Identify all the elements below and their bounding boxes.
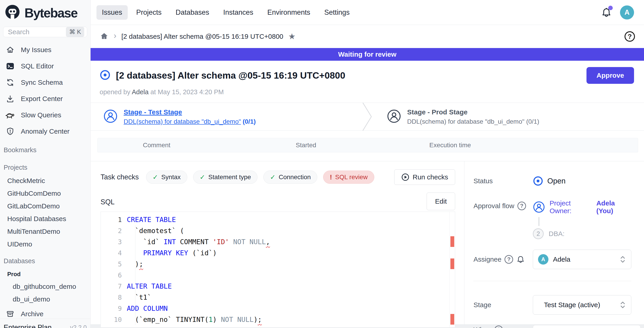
overview-ruler — [449, 212, 450, 327]
status-label: Status — [474, 177, 533, 185]
assignee-select[interactable]: A Adela — [533, 250, 631, 269]
sidebar-database-item[interactable]: db_githubcom_demo — [0, 280, 90, 293]
issue-author[interactable]: Adela — [132, 88, 148, 96]
stage-progress: (0/1) — [243, 118, 256, 125]
approval-step1-assignee[interactable]: Adela (You) — [596, 199, 631, 215]
assignee-notify-bell-icon[interactable] — [516, 255, 525, 264]
line-number: 5 — [101, 260, 122, 268]
breadcrumb-title[interactable]: [2 databases] Alter schema @05-15 16:19 … — [121, 32, 283, 40]
main-area: IssuesProjectsDatabasesInstancesEnvironm… — [90, 0, 644, 328]
sidebar-item-archive[interactable]: Archive — [0, 309, 90, 319]
stage-select[interactable]: Test Stage (active) — [533, 295, 631, 315]
plan-label[interactable]: Enterprise Plan — [4, 324, 52, 328]
check-pill-syntax[interactable]: ✓Syntax — [146, 170, 187, 184]
help-icon[interactable]: ? — [624, 31, 635, 42]
sidebar-footer: Enterprise Plan v2.2.0 — [0, 319, 90, 328]
code-line: 4 PRIMARY KEY (`id`) — [101, 247, 455, 258]
sql-editor[interactable]: 1CREATE TABLE2 `demotest` (3 `id` INT CO… — [100, 212, 455, 328]
code-text: (`emp_no` TINYINT(1) NOT NULL); — [122, 316, 262, 324]
search-input[interactable] — [8, 28, 66, 36]
approve-button[interactable]: Approve — [586, 67, 634, 84]
brand-logo[interactable]: Bytebase — [0, 0, 90, 24]
line-number: 1 — [101, 216, 122, 224]
check-pill-statement-type[interactable]: ✓Statement type — [193, 170, 258, 184]
sidebar-item-my-issues[interactable]: My Issues — [0, 42, 90, 58]
bookmark-star-icon[interactable]: ★ — [288, 32, 296, 41]
code-text: `id` INT COMMENT 'ID' NOT NULL, — [122, 238, 270, 246]
when-help-icon[interactable]: ? — [494, 326, 503, 328]
error-icon: ! — [330, 174, 332, 181]
column-execution-time: Execution time — [429, 142, 471, 149]
search-box[interactable]: ⌘ K — [3, 27, 87, 37]
code-text: `demotest` ( — [122, 227, 184, 235]
tab-issues[interactable]: Issues — [96, 5, 128, 20]
sidebar-database-item[interactable]: db_ui_demo — [0, 293, 90, 306]
stage-select-label: Stage — [474, 301, 533, 309]
task-checks-label: Task checks — [100, 173, 139, 181]
sidebar-project-item[interactable]: UIDemo — [0, 238, 90, 250]
sidebar-project-item[interactable]: CheckMetric — [0, 174, 90, 187]
notifications-bell-icon[interactable] — [601, 7, 612, 18]
stage-title: Stage - Prod Stage — [407, 108, 539, 116]
code-line: 1CREATE TABLE — [101, 214, 455, 225]
stage-person-icon — [103, 109, 118, 124]
when-label: When — [474, 326, 491, 328]
error-marker — [450, 258, 454, 269]
tab-environments[interactable]: Environments — [262, 5, 316, 20]
sidebar-item-slow-queries[interactable]: Slow Queries — [0, 107, 90, 123]
check-pill-label: Connection — [279, 174, 311, 181]
code-text: `t1` — [122, 293, 151, 301]
check-pill-label: Syntax — [161, 174, 181, 181]
sidebar-item-anomaly-center[interactable]: Anomaly Center — [0, 123, 90, 140]
code-line: 9ADD COLUMN — [101, 303, 455, 314]
detail-split: Task checks ✓Syntax✓Statement type✓Conne… — [90, 161, 644, 324]
stage-card-test[interactable]: Stage - Test Stage DDL(schema) for datab… — [90, 103, 360, 130]
issue-meta: opened by Adela at May 15, 2023 4:20 PM — [100, 88, 634, 102]
approval-step2-role: DBA: — [549, 230, 564, 238]
stage-title[interactable]: Stage - Test Stage — [124, 108, 256, 116]
check-pill-label: SQL review — [335, 174, 368, 181]
notification-dot — [608, 6, 613, 10]
sidebar-database-list: Proddb_githubcom_demodb_ui_demo — [0, 268, 90, 306]
check-icon: ✓ — [270, 173, 275, 181]
code-line: 8 `t1` — [101, 292, 455, 303]
approval-flow-help-icon[interactable]: ? — [518, 202, 526, 210]
sidebar-item-sync-schema[interactable]: Sync Schema — [0, 74, 90, 90]
tab-projects[interactable]: Projects — [131, 5, 167, 20]
sidebar-project-item[interactable]: MultiTenantDemo — [0, 225, 90, 238]
user-avatar[interactable]: A — [620, 6, 634, 20]
tab-settings[interactable]: Settings — [319, 5, 355, 20]
home-icon[interactable] — [100, 32, 109, 42]
line-number: 9 — [101, 305, 122, 312]
sidebar-project-item[interactable]: GitHubComDemo — [0, 187, 90, 200]
column-started: Started — [296, 142, 316, 149]
sidebar-item-export-center[interactable]: Export Center — [0, 90, 90, 107]
check-pill-connection[interactable]: ✓Connection — [263, 170, 317, 184]
code-text: PRIMARY KEY (`id`) — [122, 249, 217, 257]
bytebase-logo-icon — [4, 4, 21, 22]
assignee-help-icon[interactable]: ? — [504, 255, 513, 264]
sidebar-environment-label: Prod — [0, 268, 90, 280]
when-datetime-picker[interactable] — [533, 325, 640, 328]
status-open-icon — [533, 176, 543, 186]
task-check-pills: ✓Syntax✓Statement type✓Connection!SQL re… — [146, 170, 374, 184]
tab-instances[interactable]: Instances — [218, 5, 259, 20]
sidebar-item-sql-editor[interactable]: SQL Editor — [0, 58, 90, 74]
check-pill-sql-review[interactable]: !SQL review — [323, 170, 374, 184]
stage-separator-chevron — [360, 103, 374, 130]
check-icon: ✓ — [152, 173, 158, 181]
stage-card-prod[interactable]: Stage - Prod Stage DDL(schema) for datab… — [374, 103, 644, 130]
sidebar-project-item[interactable]: GitLabComDemo — [0, 200, 90, 212]
stage-task-link[interactable]: DDL(schema) for database "db_ui_demo" — [124, 118, 241, 125]
sidebar-project-list: CheckMetricGitHubComDemoGitLabComDemoHos… — [0, 174, 90, 250]
line-number: 10 — [101, 316, 122, 324]
home-icon — [6, 45, 15, 54]
run-checks-button[interactable]: Run checks — [394, 170, 455, 185]
line-number: 4 — [101, 249, 122, 257]
sidebar-project-item[interactable]: Hospital Databases — [0, 212, 90, 225]
line-number: 3 — [101, 238, 122, 246]
edit-sql-button[interactable]: Edit — [426, 192, 455, 210]
run-checks-icon — [401, 173, 410, 181]
search-shortcut: ⌘ K — [66, 27, 84, 37]
tab-databases[interactable]: Databases — [170, 5, 215, 20]
